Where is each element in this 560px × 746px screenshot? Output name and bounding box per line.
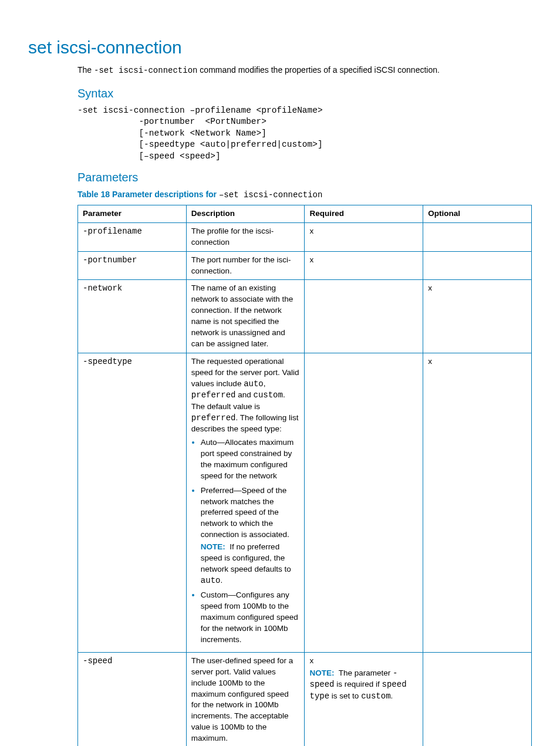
desc-text: and bbox=[235, 390, 253, 399]
table-row: -portnumber The port number for the isci… bbox=[78, 251, 532, 280]
desc-text: , bbox=[264, 379, 266, 388]
list-item-text: Preferred—Speed of the network matches t… bbox=[201, 486, 289, 539]
cell-optional: x bbox=[423, 280, 532, 353]
parameters-table: Parameter Description Required Optional … bbox=[77, 205, 532, 746]
note-code: auto bbox=[201, 576, 221, 585]
cell-required bbox=[305, 280, 423, 353]
note-label: NOTE: bbox=[201, 542, 225, 551]
note-code: custom bbox=[361, 691, 390, 701]
table-row: -network The name of an existing network… bbox=[78, 280, 532, 353]
note-block: NOTE: If no preferred speed is configure… bbox=[201, 542, 300, 586]
cell-description: The name of an existing network to assoc… bbox=[186, 280, 305, 353]
speedtype-list: Auto—Allocates maximum port speed constr… bbox=[191, 437, 300, 646]
intro-text-post: command modifies the properties of a spe… bbox=[197, 65, 439, 75]
desc-code: custom bbox=[253, 390, 282, 400]
intro-command: -set iscsi-connection bbox=[94, 66, 197, 75]
table-caption-command: –set iscsi-connection bbox=[219, 190, 322, 200]
desc-code: preferred bbox=[191, 413, 236, 423]
note-text: . bbox=[391, 691, 393, 700]
parameters-heading: Parameters bbox=[77, 169, 532, 185]
syntax-block: -set iscsi-connection –profilename <prof… bbox=[77, 105, 532, 163]
table-header-row: Parameter Description Required Optional bbox=[78, 205, 532, 223]
cell-description: The user-defined speed for a server port… bbox=[186, 652, 305, 746]
cell-parameter: -speedtype bbox=[78, 353, 187, 652]
col-header-description: Description bbox=[186, 205, 305, 223]
col-header-parameter: Parameter bbox=[78, 205, 187, 223]
col-header-required: Required bbox=[305, 205, 423, 223]
cell-optional bbox=[423, 251, 532, 280]
cell-optional bbox=[423, 222, 532, 251]
cell-parameter: -profilename bbox=[78, 222, 187, 251]
cell-description: The profile for the iscsi-connection bbox=[186, 222, 305, 251]
desc-code: auto bbox=[244, 379, 264, 389]
intro-text-pre: The bbox=[77, 65, 94, 75]
syntax-heading: Syntax bbox=[77, 85, 532, 102]
note-text: is required if bbox=[335, 680, 382, 688]
note-block: NOTE: The parameter -speed is required i… bbox=[309, 668, 418, 703]
table-caption: Table 18 Parameter descriptions for –set… bbox=[77, 189, 532, 201]
table-caption-prefix: Table 18 Parameter descriptions for bbox=[77, 190, 219, 199]
required-x: x bbox=[309, 656, 418, 667]
note-text: . bbox=[220, 576, 222, 585]
desc-code: preferred bbox=[191, 390, 236, 400]
table-row: -profilename The profile for the iscsi-c… bbox=[78, 222, 532, 251]
cell-parameter: -speed bbox=[78, 652, 187, 746]
note-label: NOTE: bbox=[309, 669, 334, 677]
cell-required bbox=[305, 353, 423, 652]
list-item: Auto—Allocates maximum port speed constr… bbox=[201, 437, 300, 482]
table-row: -speedtype The requested operational spe… bbox=[78, 353, 532, 652]
cell-description: The requested operational speed for the … bbox=[186, 353, 305, 652]
list-item: Custom—Configures any speed from 100Mb t… bbox=[201, 590, 300, 645]
cell-optional bbox=[423, 652, 532, 746]
cell-required: x NOTE: The parameter -speed is required… bbox=[305, 652, 423, 746]
cell-parameter: -portnumber bbox=[78, 251, 187, 280]
list-item: Preferred—Speed of the network matches t… bbox=[201, 485, 300, 587]
intro-paragraph: The -set iscsi-connection command modifi… bbox=[77, 65, 532, 77]
cell-required: x bbox=[305, 251, 423, 280]
note-text: is set to bbox=[329, 691, 361, 700]
cell-optional: x bbox=[423, 353, 532, 652]
cell-parameter: -network bbox=[78, 280, 187, 353]
page-title: set iscsi-connection bbox=[28, 35, 532, 60]
col-header-optional: Optional bbox=[423, 205, 532, 223]
table-row: -speed The user-defined speed for a serv… bbox=[78, 652, 532, 746]
note-text: The parameter bbox=[339, 669, 393, 677]
cell-required: x bbox=[305, 222, 423, 251]
cell-description: The port number for the isci-connection. bbox=[186, 251, 305, 280]
